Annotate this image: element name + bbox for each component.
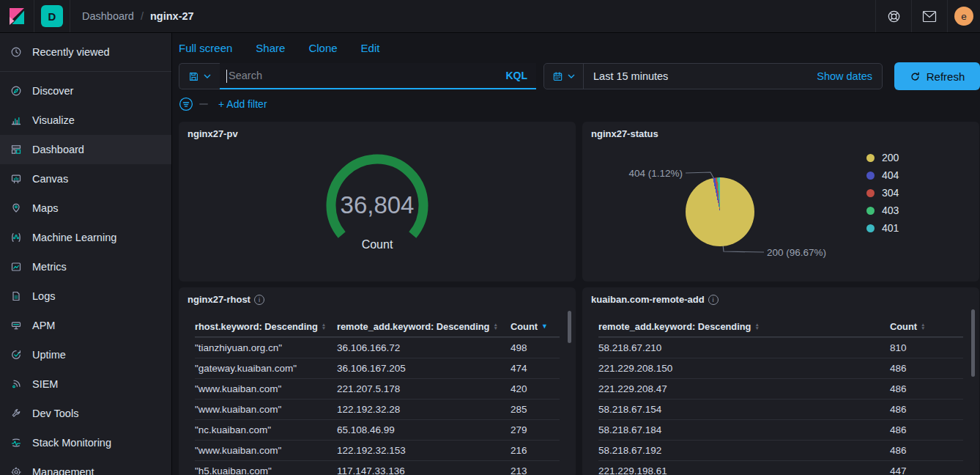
main-content: Full screen Share Clone Edit KQL <box>172 33 980 475</box>
kql-toggle[interactable]: KQL <box>497 70 536 81</box>
info-icon[interactable] <box>254 295 264 305</box>
sidebar-item-uptime[interactable]: Uptime <box>0 340 171 369</box>
panel-nginx27-pv: nginx27-pv 36,804 Count <box>179 122 576 281</box>
sidebar-item-label: Maps <box>32 202 58 214</box>
sidebar-item-stack-monitoring[interactable]: Stack Monitoring <box>0 428 171 457</box>
sort-desc-icon <box>541 323 548 330</box>
table-header-row: rhost.keyword: Descending remote_add.key… <box>195 316 560 337</box>
chevron-down-icon <box>568 74 575 78</box>
panel-header[interactable]: kuaiban.com-remote-add <box>582 287 979 306</box>
clone-link[interactable]: Clone <box>308 42 337 54</box>
sidebar-item-label: Recently viewed <box>32 46 110 58</box>
column-header[interactable]: remote_add.keyword: Descending <box>337 321 511 332</box>
table-row[interactable]: "www.kuaiban.com" 122.192.32.153 216 <box>195 440 560 460</box>
calendar-icon <box>552 71 563 82</box>
avatar: e <box>954 7 973 26</box>
sidebar-item-metrics[interactable]: Metrics <box>0 252 171 281</box>
column-header[interactable]: Count <box>511 321 560 332</box>
data-table: rhost.keyword: Descending remote_add.key… <box>195 316 560 475</box>
sidebar-item-maps[interactable]: Maps <box>0 194 171 223</box>
sidebar-item-canvas[interactable]: Canvas <box>0 164 171 194</box>
legend-item-401[interactable]: 401 <box>866 222 899 234</box>
legend-item-200[interactable]: 200 <box>866 152 899 163</box>
info-icon[interactable] <box>708 295 719 305</box>
sidebar-item-recently-viewed[interactable]: Recently viewed <box>0 37 171 67</box>
show-dates-link[interactable]: Show dates <box>817 70 882 82</box>
breadcrumb: Dashboard / nginx-27 <box>70 0 194 32</box>
refresh-button[interactable]: Refresh <box>894 62 980 90</box>
saved-query-button[interactable] <box>179 63 220 89</box>
help-menu-button[interactable] <box>876 0 911 32</box>
sidebar-item-apm[interactable]: APM <box>0 311 171 340</box>
table-row[interactable]: "tianzhiyuan.org.cn" 36.106.166.72 498 <box>195 337 560 358</box>
search-input[interactable] <box>220 63 497 88</box>
kibana-logo[interactable] <box>0 0 34 32</box>
table-row[interactable]: "www.kuaiban.com" 221.207.5.178 420 <box>195 378 560 399</box>
column-header[interactable]: rhost.keyword: Descending <box>195 321 337 332</box>
newsfeed-button[interactable] <box>912 0 947 32</box>
table-cell: 36.106.166.72 <box>337 342 511 353</box>
sidebar-item-dashboard[interactable]: Dashboard <box>0 135 171 164</box>
legend-label: 200 <box>882 152 899 163</box>
panel-title: kuaiban.com-remote-add <box>591 294 705 305</box>
column-header[interactable]: remote_add.keyword: Descending <box>598 321 890 332</box>
status-pie[interactable] <box>686 177 754 246</box>
column-header[interactable]: Count <box>890 321 963 332</box>
table-row[interactable]: 58.218.67.154 486 <box>598 399 963 419</box>
sidebar-item-dev-tools[interactable]: Dev Tools <box>0 399 171 428</box>
share-link[interactable]: Share <box>256 42 285 54</box>
panel-header[interactable]: nginx27-rhost <box>179 287 576 306</box>
top-header: D Dashboard / nginx-27 e <box>0 0 980 33</box>
quick-select-button[interactable] <box>544 64 584 89</box>
table-row[interactable]: "www.kuaiban.com" 122.192.32.28 285 <box>195 399 560 419</box>
sidebar-item-discover[interactable]: Discover <box>0 76 171 106</box>
scrollbar-thumb[interactable] <box>568 311 571 343</box>
add-filter-link[interactable]: + Add filter <box>218 98 267 110</box>
table-row[interactable]: 221.229.208.150 486 <box>598 358 963 378</box>
logs-icon <box>10 290 22 302</box>
filter-options-icon[interactable] <box>179 97 193 111</box>
panel-header[interactable]: nginx27-pv <box>179 122 576 141</box>
filter-dash <box>199 103 208 105</box>
sidebar-item-visualize[interactable]: Visualize <box>0 106 171 135</box>
legend-item-304[interactable]: 304 <box>866 187 899 199</box>
table-cell: 486 <box>890 363 963 374</box>
table-cell: 65.108.46.99 <box>337 424 511 435</box>
sidebar-item-machine-learning[interactable]: Machine Learning <box>0 223 171 252</box>
refresh-label: Refresh <box>927 70 965 83</box>
table-row[interactable]: "h5.kuaiban.com" 117.147.33.136 213 <box>195 460 560 475</box>
dashboard-toolbar: Full screen Share Clone Edit <box>172 33 980 62</box>
full-screen-link[interactable]: Full screen <box>179 42 232 54</box>
breadcrumb-dashboard[interactable]: Dashboard <box>82 10 134 22</box>
space-selector[interactable]: D <box>34 0 70 32</box>
sidebar-nav: Recently viewed Discover Visualize Dashb… <box>0 33 172 475</box>
table-cell: "gateway.kuaiban.com" <box>195 363 337 374</box>
time-range-value[interactable]: Last 15 minutes <box>584 70 668 82</box>
table-cell: 36.106.167.205 <box>337 363 511 374</box>
sidebar-item-logs[interactable]: Logs <box>0 281 171 311</box>
panel-kuaiban-remote-add: kuaiban.com-remote-add remote_add.keywor… <box>582 287 979 475</box>
user-menu-button[interactable]: e <box>948 0 980 32</box>
sidebar-item-label: Stack Monitoring <box>32 437 111 449</box>
table-row[interactable]: "nc.kuaiban.com" 65.108.46.99 279 <box>195 419 560 440</box>
legend-dot <box>866 207 875 215</box>
edit-link[interactable]: Edit <box>361 42 380 54</box>
table-cell: 117.147.33.136 <box>337 465 511 475</box>
sidebar-item-management[interactable]: Management <box>0 457 171 475</box>
table-row[interactable]: 221.229.198.61 447 <box>598 460 963 475</box>
legend-item-403[interactable]: 403 <box>866 205 899 216</box>
legend-item-404[interactable]: 404 <box>866 169 899 181</box>
sidebar-item-siem[interactable]: SIEM <box>0 369 171 399</box>
sidebar-item-label: Metrics <box>32 261 67 273</box>
table-cell: "www.kuaiban.com" <box>195 404 337 415</box>
scrollbar-thumb[interactable] <box>971 309 975 377</box>
space-badge: D <box>41 5 63 27</box>
table-row[interactable]: 58.218.67.184 486 <box>598 419 963 440</box>
panel-header[interactable]: nginx27-status <box>582 122 667 141</box>
table-row[interactable]: 58.218.67.192 486 <box>598 440 963 460</box>
table-row[interactable]: 221.229.208.47 486 <box>598 378 963 399</box>
pie-label-200: 200 (96.67%) <box>767 247 826 258</box>
table-row[interactable]: 58.218.67.210 810 <box>598 337 963 358</box>
table-row[interactable]: "gateway.kuaiban.com" 36.106.167.205 474 <box>195 358 560 378</box>
legend-label: 401 <box>882 222 899 234</box>
